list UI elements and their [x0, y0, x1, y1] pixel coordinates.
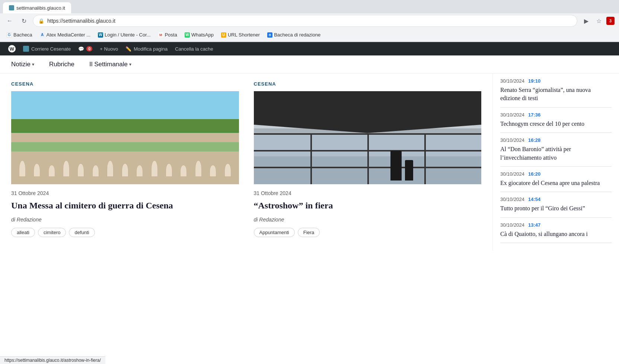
sidebar-title-5[interactable]: Tutto pronto per il “Giro dei Gessi” — [500, 204, 612, 213]
cemetery-stones — [11, 160, 239, 177]
nav-notizie-label: Notizie — [11, 61, 31, 68]
article-author-2: di Redazione — [254, 217, 482, 223]
sidebar-news-item-5: 30/10/2024 14:54 Tutto pronto per il “Gi… — [500, 192, 612, 217]
article-date-2: 31 Ottobre 2024 — [254, 190, 482, 196]
sidebar-meta-5: 30/10/2024 14:54 — [500, 197, 612, 202]
nav-settimanale[interactable]: Il Settimanale ▾ — [89, 61, 131, 68]
gravestone — [48, 165, 55, 177]
sidebar-meta-2: 30/10/2024 17:36 — [500, 112, 612, 118]
tag-defunti[interactable]: defunti — [69, 228, 95, 237]
sidebar-date-6: 30/10/2024 — [500, 222, 524, 228]
gravestone — [210, 165, 216, 177]
sidebar-news-item-3: 30/10/2024 16:28 Al “Don Baronio” attivi… — [500, 133, 612, 167]
bookmark-bacheca[interactable]: G Bacheca — [4, 31, 35, 39]
bookmark-favicon-bacheca: G — [7, 32, 12, 38]
wp-modifica-label: Modifica pagina — [134, 46, 167, 52]
wp-modifica-item[interactable]: ✏️ Modifica pagina — [122, 42, 171, 55]
window-frame-v3 — [424, 133, 426, 185]
article-title-2[interactable]: “Astroshow” in fiera — [254, 200, 482, 211]
bookmark-label: Bacheca — [13, 32, 32, 38]
astro-window — [254, 133, 482, 185]
gravestone — [166, 163, 172, 177]
article-image-1[interactable] — [11, 91, 239, 184]
bookmark-label: Login / Utente - Cor... — [105, 32, 151, 38]
sidebar-title-3[interactable]: Al “Don Baronio” attività per l’invecchi… — [500, 145, 612, 162]
wp-cancella-item[interactable]: Cancella la cache — [171, 42, 217, 55]
chevron-down-icon: ▾ — [32, 62, 34, 67]
sidebar-date-2: 30/10/2024 — [500, 112, 524, 118]
wp-nuovo-label: + Nuovo — [100, 46, 118, 52]
wp-site-item[interactable]: Corriere Cesenate — [19, 42, 74, 55]
sidebar-date-1: 30/10/2024 — [500, 78, 524, 84]
sidebar-time-6: 13:47 — [528, 222, 540, 228]
bookmark-favicon-whatsapp: W — [185, 32, 190, 38]
sidebar-title-2[interactable]: Technogym cresce del 10 per cento — [500, 120, 612, 128]
wp-cancella-label: Cancella la cache — [175, 46, 213, 52]
bookmark-login[interactable]: W Login / Utente - Cor... — [95, 31, 154, 39]
pencil-icon: ✏️ — [125, 46, 131, 52]
gravestone — [107, 160, 114, 177]
bookmark-label: URL Shortener — [228, 32, 260, 38]
read-aloud-button[interactable]: ▶ — [581, 16, 591, 26]
reload-button[interactable]: ↻ — [19, 16, 29, 26]
articles-grid: CESENA — [11, 81, 481, 237]
tab-title: settimanalibis.glauco.it — [16, 5, 65, 11]
wp-logo-item[interactable]: W — [4, 42, 19, 55]
sidebar-title-6[interactable]: Cà di Quaiotto, si allungano ancora i — [500, 230, 612, 238]
sidebar-title-4[interactable]: Ex giocatore del Cesena apre una palestr… — [500, 179, 612, 187]
bookmark-atex[interactable]: A Atex MediaCenter ... — [37, 31, 94, 39]
sidebar-title-1[interactable]: Renato Serra “giornalista”, una nuova ed… — [500, 86, 612, 103]
gravestone — [77, 163, 84, 177]
bookmark-label: Atex MediaCenter ... — [47, 32, 91, 38]
back-button[interactable]: ← — [4, 16, 15, 26]
gravestone — [224, 163, 231, 177]
article-author-1: di Redazione — [11, 217, 239, 223]
url-text: https://settimanalibis.glauco.it — [47, 18, 115, 24]
bookmark-favicon-login: W — [98, 32, 103, 38]
nav-settimanale-label: Il Settimanale — [89, 61, 128, 68]
article-category-2: CESENA — [254, 81, 482, 87]
cemetery-image-bg — [11, 91, 239, 184]
url-bar[interactable]: 🔒 https://settimanalibis.glauco.it — [33, 15, 577, 27]
bookmarks-bar: G Bacheca A Atex MediaCenter ... W Login… — [0, 28, 619, 42]
tag-cimitero[interactable]: cimitero — [38, 228, 66, 237]
astro-ceiling — [254, 91, 482, 133]
browser-tab-active[interactable]: settimanalibis.glauco.it — [3, 2, 71, 13]
bookmark-favicon-posta: M — [158, 32, 163, 38]
nav-notizie[interactable]: Notizie ▾ — [11, 61, 34, 68]
sidebar-time-2: 17:36 — [528, 112, 540, 118]
article-image-2[interactable] — [254, 91, 482, 184]
page-wrapper: CESENA — [0, 74, 619, 250]
sidebar-time-5: 14:54 — [528, 197, 540, 202]
tag-appuntamenti[interactable]: Appuntamenti — [254, 228, 295, 237]
nav-rubriche[interactable]: Rubriche — [49, 61, 74, 68]
bookmark-bacheca-redazione[interactable]: B Bacheca di redazione — [264, 31, 323, 39]
figure-adult — [390, 151, 402, 181]
article-card-1: CESENA — [11, 81, 239, 237]
bookmark-favicon-bc: B — [267, 32, 272, 38]
wp-nuovo-item[interactable]: + Nuovo — [96, 42, 122, 55]
bookmark-whatsapp[interactable]: W WhatsApp — [182, 31, 217, 39]
article-card-2: CESENA — [254, 81, 482, 237]
bookmark-posta[interactable]: M Posta — [155, 31, 180, 39]
article-tags-1: alleati cimitero defunti — [11, 228, 239, 237]
extension-icon[interactable]: 3 — [606, 17, 615, 25]
article-title-1[interactable]: Una Messa al cimitero di guerra di Cesen… — [11, 200, 239, 211]
bookmark-urlshortener[interactable]: U URL Shortener — [218, 31, 263, 39]
favorites-button[interactable]: ☆ — [594, 16, 604, 26]
wp-comments-item[interactable]: 💬 0 — [74, 42, 96, 55]
sidebar-date-4: 30/10/2024 — [500, 171, 524, 177]
sidebar-news-item-4: 30/10/2024 16:20 Ex giocatore del Cesena… — [500, 167, 612, 192]
tag-fiera[interactable]: Fiera — [298, 228, 320, 237]
bookmark-favicon-atex: A — [40, 32, 45, 38]
wp-comments-badge: 0 — [86, 46, 92, 51]
sidebar-news-item-6: 30/10/2024 13:47 Cà di Quaiotto, si allu… — [500, 218, 612, 243]
tag-alleati[interactable]: alleati — [11, 228, 35, 237]
sidebar-date-3: 30/10/2024 — [500, 137, 524, 143]
lock-icon: 🔒 — [38, 18, 44, 24]
bookmark-label: Bacheca di redazione — [274, 32, 320, 38]
browser-address-bar: ← ↻ 🔒 https://settimanalibis.glauco.it ▶… — [0, 13, 619, 28]
gravestone — [19, 160, 26, 177]
sidebar: 30/10/2024 19:10 Renato Serra “giornalis… — [492, 74, 619, 250]
bookmark-favicon-url: U — [221, 32, 226, 38]
